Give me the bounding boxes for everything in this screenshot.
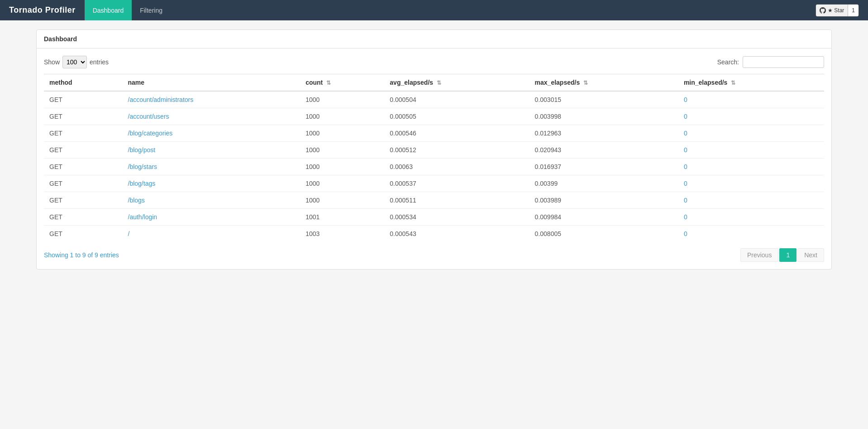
col-method-label: method [49, 79, 72, 86]
pagination-row: Showing 1 to 9 of 9 entries Previous 1 N… [44, 248, 824, 262]
cell-min-3: 0 [678, 142, 824, 159]
cell-max-6: 0.003989 [529, 192, 678, 209]
cell-avg-4: 0.00063 [384, 159, 529, 175]
table-row: GET/blog/tags10000.0005370.003990 [44, 175, 824, 192]
page-1-button[interactable]: 1 [779, 248, 796, 262]
entries-label: entries [90, 58, 109, 66]
cell-name-4[interactable]: /blog/stars [123, 159, 300, 175]
cell-min-4: 0 [678, 159, 824, 175]
next-button[interactable]: Next [797, 248, 824, 262]
table-row: GET/blogs10000.0005110.0039890 [44, 192, 824, 209]
cell-min-5: 0 [678, 175, 824, 192]
cell-name-6[interactable]: /blogs [123, 192, 300, 209]
col-method[interactable]: method [44, 74, 123, 92]
pagination-info: Showing 1 to 9 of 9 entries [44, 251, 119, 259]
cell-avg-7: 0.000534 [384, 209, 529, 226]
sort-icon-count: ⇅ [326, 80, 331, 86]
sort-icon-min: ⇅ [731, 80, 735, 86]
cell-name-5[interactable]: /blog/tags [123, 175, 300, 192]
cell-max-3: 0.020943 [529, 142, 678, 159]
cell-max-0: 0.003015 [529, 91, 678, 108]
cell-name-3[interactable]: /blog/post [123, 142, 300, 159]
table-row: GET/account/users10000.0005050.0039980 [44, 108, 824, 125]
cell-name-1[interactable]: /account/users [123, 108, 300, 125]
table-row: GET/blog/stars10000.000630.0169370 [44, 159, 824, 175]
table-row: GET/blog/categories10000.0005460.0129630 [44, 125, 824, 142]
sort-icon-avg: ⇅ [437, 80, 441, 86]
col-max-elapsed[interactable]: max_elapsed/s ⇅ [529, 74, 678, 92]
col-min-elapsed[interactable]: min_elapsed/s ⇅ [678, 74, 824, 92]
cell-method-3: GET [44, 142, 123, 159]
pagination-buttons: Previous 1 Next [740, 248, 824, 262]
col-name[interactable]: name [123, 74, 300, 92]
cell-avg-6: 0.000511 [384, 192, 529, 209]
table-row: GET/auth/login10010.0005340.0099840 [44, 209, 824, 226]
cell-max-8: 0.008005 [529, 226, 678, 242]
cell-min-1: 0 [678, 108, 824, 125]
github-star-label: ★ Star [828, 7, 844, 14]
cell-count-1: 1000 [300, 108, 384, 125]
github-badge[interactable]: ★ Star 1 [816, 4, 859, 17]
cell-count-3: 1000 [300, 142, 384, 159]
card-body: Show 10 25 50 100 entries Search: [37, 48, 831, 269]
cell-count-0: 1000 [300, 91, 384, 108]
nav-link-filtering[interactable]: Filtering [132, 0, 171, 20]
col-name-label: name [128, 79, 145, 86]
col-count[interactable]: count ⇅ [300, 74, 384, 92]
cell-min-7: 0 [678, 209, 824, 226]
cell-max-1: 0.003998 [529, 108, 678, 125]
show-label: Show [44, 58, 60, 66]
cell-name-8[interactable]: / [123, 226, 300, 242]
cell-avg-0: 0.000504 [384, 91, 529, 108]
cell-method-5: GET [44, 175, 123, 192]
cell-avg-8: 0.000543 [384, 226, 529, 242]
cell-count-2: 1000 [300, 125, 384, 142]
cell-count-7: 1001 [300, 209, 384, 226]
entries-select[interactable]: 10 25 50 100 [62, 56, 87, 68]
col-count-label: count [305, 79, 323, 86]
table-head: method name count ⇅ avg_elapsed/s ⇅ [44, 74, 824, 92]
col-max-label: max_elapsed/s [535, 79, 580, 86]
show-entries: Show 10 25 50 100 entries [44, 56, 109, 68]
cell-min-0: 0 [678, 91, 824, 108]
cell-name-7[interactable]: /auth/login [123, 209, 300, 226]
github-icon [820, 7, 826, 14]
github-star[interactable]: ★ Star [816, 5, 848, 16]
cell-count-5: 1000 [300, 175, 384, 192]
card-header: Dashboard [37, 30, 831, 48]
cell-method-7: GET [44, 209, 123, 226]
cell-min-6: 0 [678, 192, 824, 209]
search-input[interactable] [743, 56, 824, 68]
cell-avg-3: 0.000512 [384, 142, 529, 159]
col-avg-elapsed[interactable]: avg_elapsed/s ⇅ [384, 74, 529, 92]
github-count: 1 [848, 5, 858, 16]
table-row: GET/account/administrators10000.0005040.… [44, 91, 824, 108]
cell-method-8: GET [44, 226, 123, 242]
cell-max-7: 0.009984 [529, 209, 678, 226]
navbar: Tornado Profiler Dashboard Filtering ★ S… [0, 0, 868, 20]
table-body: GET/account/administrators10000.0005040.… [44, 91, 824, 242]
navbar-brand: Tornado Profiler [9, 5, 76, 15]
col-min-label: min_elapsed/s [684, 79, 728, 86]
cell-avg-5: 0.000537 [384, 175, 529, 192]
sort-icon-max: ⇅ [583, 80, 588, 86]
cell-name-2[interactable]: /blog/categories [123, 125, 300, 142]
cell-min-8: 0 [678, 226, 824, 242]
nav-link-dashboard[interactable]: Dashboard [85, 0, 132, 20]
cell-avg-2: 0.000546 [384, 125, 529, 142]
cell-method-0: GET [44, 91, 123, 108]
nav-links: Dashboard Filtering [85, 0, 816, 20]
cell-method-1: GET [44, 108, 123, 125]
cell-max-2: 0.012963 [529, 125, 678, 142]
previous-button[interactable]: Previous [740, 248, 778, 262]
col-avg-label: avg_elapsed/s [390, 79, 433, 86]
cell-method-4: GET [44, 159, 123, 175]
table-row: GET/10030.0005430.0080050 [44, 226, 824, 242]
cell-count-6: 1000 [300, 192, 384, 209]
cell-name-0[interactable]: /account/administrators [123, 91, 300, 108]
cell-max-5: 0.00399 [529, 175, 678, 192]
cell-count-8: 1003 [300, 226, 384, 242]
table-header-row: method name count ⇅ avg_elapsed/s ⇅ [44, 74, 824, 92]
cell-min-2: 0 [678, 125, 824, 142]
controls-row: Show 10 25 50 100 entries Search: [44, 56, 824, 68]
